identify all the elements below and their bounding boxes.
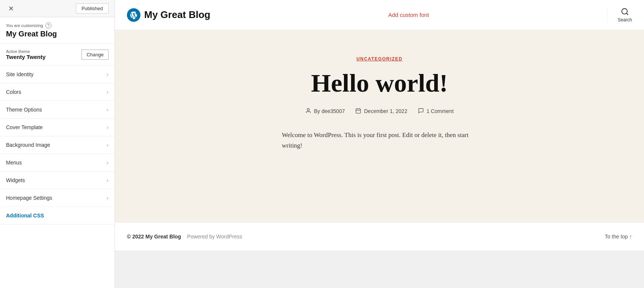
active-theme-label: Active theme	[6, 49, 45, 54]
preview-header: My Great Blog Add custom font Search	[115, 0, 644, 30]
post-excerpt: Welcome to WordPress. This is your first…	[282, 130, 477, 151]
post-category[interactable]: UNCATEGORIZED	[190, 56, 569, 62]
chevron-right-icon: ›	[107, 195, 109, 201]
wordpress-icon	[130, 11, 138, 19]
calendar-icon	[355, 108, 361, 115]
preview-bottom-area	[115, 250, 644, 288]
add-custom-font-link[interactable]: Add custom font	[388, 12, 429, 18]
active-theme-info: Active theme Twenty Twenty	[6, 49, 45, 60]
sidebar-item-label: Menus	[6, 160, 22, 166]
sidebar-item-theme-options[interactable]: Theme Options ›	[0, 101, 115, 119]
footer-powered-by: Powered by WordPress	[187, 234, 242, 240]
sidebar-item-label: Cover Template	[6, 124, 43, 130]
footer-left-area: © 2022 My Great Blog Powered by WordPres…	[127, 233, 242, 240]
active-theme-name: Twenty Twenty	[6, 54, 45, 60]
post-comments-meta: 1 Comment	[418, 108, 454, 115]
active-theme-section: Active theme Twenty Twenty Change	[0, 44, 115, 66]
published-button[interactable]: Published	[76, 3, 109, 14]
sidebar-item-background-image[interactable]: Background Image ›	[0, 136, 115, 154]
help-icon[interactable]: ?	[45, 23, 51, 29]
sidebar-item-label: Additional CSS	[6, 213, 44, 219]
chevron-right-icon: ›	[107, 89, 109, 95]
preview-nav-center: Add custom font	[210, 12, 607, 18]
sidebar-item-widgets[interactable]: Widgets ›	[0, 172, 115, 189]
search-icon	[621, 8, 629, 16]
customizing-site-name: My Great Blog	[6, 30, 109, 38]
sidebar-item-site-identity[interactable]: Site Identity ›	[0, 66, 115, 83]
sidebar-item-colors[interactable]: Colors ›	[0, 83, 115, 101]
user-icon	[305, 108, 311, 115]
svg-point-4	[307, 109, 309, 110]
close-button[interactable]: ✕	[6, 4, 16, 14]
chevron-right-icon: ›	[107, 107, 109, 113]
chevron-right-icon: ›	[107, 142, 109, 148]
comment-icon	[418, 108, 424, 115]
sidebar-item-label: Background Image	[6, 142, 50, 148]
post-date: December 1, 2022	[364, 108, 407, 114]
chevron-right-icon: ›	[107, 124, 109, 130]
change-theme-button[interactable]: Change	[81, 50, 109, 60]
chevron-right-icon: ›	[107, 177, 109, 183]
sidebar-item-label: Widgets	[6, 177, 25, 183]
preview-content: UNCATEGORIZED Hello world! By dee35007	[115, 30, 644, 222]
sidebar-item-additional-css[interactable]: Additional CSS	[0, 207, 115, 225]
sidebar-item-label: Colors	[6, 89, 21, 95]
sidebar-item-menus[interactable]: Menus ›	[0, 154, 115, 172]
post-title: Hello world!	[190, 69, 569, 97]
site-title: My Great Blog	[144, 9, 210, 21]
preview-footer: © 2022 My Great Blog Powered by WordPres…	[115, 222, 644, 250]
footer-to-top-link[interactable]: To the top ↑	[605, 234, 632, 240]
sidebar-item-label: Site Identity	[6, 71, 33, 77]
sidebar-item-label: Homepage Settings	[6, 195, 52, 201]
customizing-text: You are customizing	[6, 23, 43, 28]
chevron-right-icon: ›	[107, 160, 109, 166]
post-date-meta: December 1, 2022	[355, 108, 407, 115]
sidebar-item-label: Theme Options	[6, 107, 42, 113]
svg-rect-5	[356, 109, 360, 113]
customizer-sidebar: ✕ Published You are customizing ? My Gre…	[0, 0, 115, 288]
post-hero: UNCATEGORIZED Hello world! By dee35007	[115, 30, 644, 177]
preview-pane: My Great Blog Add custom font Search UNC…	[115, 0, 644, 288]
svg-line-3	[626, 13, 628, 15]
search-button-area[interactable]: Search	[607, 8, 632, 23]
footer-copyright-text: © 2022 My Great Blog	[127, 234, 181, 240]
post-author-meta: By dee35007	[305, 108, 345, 115]
customizing-header: You are customizing ? My Great Blog	[0, 17, 115, 44]
customizing-label: You are customizing ?	[6, 23, 109, 29]
site-logo-link[interactable]: My Great Blog	[127, 8, 210, 22]
post-meta: By dee35007 December 1, 2022	[190, 108, 569, 115]
sidebar-topbar: ✕ Published	[0, 0, 115, 17]
chevron-right-icon: ›	[107, 71, 109, 77]
sidebar-item-homepage-settings[interactable]: Homepage Settings ›	[0, 189, 115, 207]
post-comments: 1 Comment	[427, 108, 454, 114]
footer-copyright: © 2022 My Great Blog	[127, 234, 182, 240]
site-logo-icon	[127, 8, 140, 22]
nav-list: Site Identity › Colors › Theme Options ›…	[0, 66, 115, 288]
sidebar-item-cover-template[interactable]: Cover Template ›	[0, 119, 115, 136]
search-label: Search	[618, 17, 632, 23]
post-author: By dee35007	[314, 108, 345, 114]
